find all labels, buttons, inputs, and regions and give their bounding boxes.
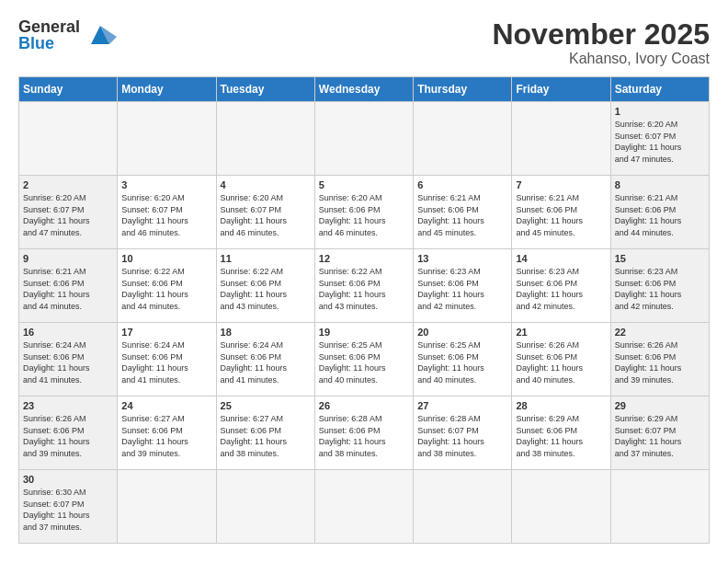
logo-icon — [84, 18, 117, 52]
calendar-cell: 6Sunrise: 6:21 AM Sunset: 6:06 PM Daylig… — [414, 176, 512, 249]
calendar-week-2: 9Sunrise: 6:21 AM Sunset: 6:06 PM Daylig… — [19, 249, 710, 323]
day-info: Sunrise: 6:22 AM Sunset: 6:06 PM Dayligh… — [121, 266, 211, 312]
calendar-cell — [314, 102, 413, 176]
day-number: 21 — [516, 327, 606, 338]
day-number: 5 — [319, 179, 409, 190]
day-number: 14 — [516, 253, 606, 264]
day-info: Sunrise: 6:20 AM Sunset: 6:07 PM Dayligh… — [221, 192, 311, 238]
calendar-cell — [512, 470, 610, 544]
calendar-cell: 4Sunrise: 6:20 AM Sunset: 6:07 PM Daylig… — [216, 176, 314, 249]
day-info: Sunrise: 6:21 AM Sunset: 6:06 PM Dayligh… — [23, 266, 113, 312]
calendar-week-0: 1Sunrise: 6:20 AM Sunset: 6:07 PM Daylig… — [19, 102, 710, 176]
day-number: 9 — [23, 253, 113, 264]
day-info: Sunrise: 6:26 AM Sunset: 6:06 PM Dayligh… — [23, 413, 113, 459]
calendar-cell — [414, 470, 512, 544]
day-number: 1 — [615, 106, 705, 117]
header-thursday: Thursday — [414, 77, 512, 102]
calendar-week-4: 23Sunrise: 6:26 AM Sunset: 6:06 PM Dayli… — [19, 396, 710, 470]
day-number: 22 — [615, 327, 705, 338]
day-number: 7 — [516, 179, 606, 190]
header-sunday: Sunday — [19, 77, 118, 102]
calendar-cell — [19, 102, 118, 176]
calendar-cell — [118, 102, 216, 176]
calendar-week-3: 16Sunrise: 6:24 AM Sunset: 6:06 PM Dayli… — [19, 323, 710, 396]
day-info: Sunrise: 6:27 AM Sunset: 6:06 PM Dayligh… — [121, 413, 211, 459]
calendar-cell: 20Sunrise: 6:25 AM Sunset: 6:06 PM Dayli… — [414, 323, 512, 396]
calendar-cell — [118, 470, 216, 544]
day-info: Sunrise: 6:25 AM Sunset: 6:06 PM Dayligh… — [417, 339, 507, 385]
day-number: 29 — [615, 400, 705, 411]
day-info: Sunrise: 6:21 AM Sunset: 6:06 PM Dayligh… — [417, 192, 507, 238]
day-number: 3 — [121, 179, 211, 190]
day-info: Sunrise: 6:28 AM Sunset: 6:06 PM Dayligh… — [319, 413, 409, 459]
calendar-cell: 27Sunrise: 6:28 AM Sunset: 6:07 PM Dayli… — [414, 396, 512, 470]
calendar-cell — [610, 470, 709, 544]
day-info: Sunrise: 6:23 AM Sunset: 6:06 PM Dayligh… — [516, 266, 606, 312]
calendar-cell: 16Sunrise: 6:24 AM Sunset: 6:06 PM Dayli… — [19, 323, 118, 396]
day-info: Sunrise: 6:30 AM Sunset: 6:07 PM Dayligh… — [23, 487, 113, 533]
day-info: Sunrise: 6:24 AM Sunset: 6:06 PM Dayligh… — [221, 339, 311, 385]
day-info: Sunrise: 6:29 AM Sunset: 6:06 PM Dayligh… — [516, 413, 606, 459]
calendar-cell: 23Sunrise: 6:26 AM Sunset: 6:06 PM Dayli… — [19, 396, 118, 470]
calendar-cell: 9Sunrise: 6:21 AM Sunset: 6:06 PM Daylig… — [19, 249, 118, 323]
page-title: November 2025 — [492, 18, 710, 51]
day-number: 11 — [221, 253, 311, 264]
day-number: 24 — [121, 400, 211, 411]
page-header: General Blue November 2025 Kahanso, Ivor… — [18, 18, 710, 67]
calendar-cell: 2Sunrise: 6:20 AM Sunset: 6:07 PM Daylig… — [19, 176, 118, 249]
calendar-cell: 3Sunrise: 6:20 AM Sunset: 6:07 PM Daylig… — [118, 176, 216, 249]
day-number: 25 — [221, 400, 311, 411]
day-info: Sunrise: 6:20 AM Sunset: 6:07 PM Dayligh… — [121, 192, 211, 238]
calendar-cell: 10Sunrise: 6:22 AM Sunset: 6:06 PM Dayli… — [118, 249, 216, 323]
day-info: Sunrise: 6:27 AM Sunset: 6:06 PM Dayligh… — [221, 413, 311, 459]
calendar-cell: 14Sunrise: 6:23 AM Sunset: 6:06 PM Dayli… — [512, 249, 610, 323]
header-friday: Friday — [512, 77, 610, 102]
calendar-cell: 21Sunrise: 6:26 AM Sunset: 6:06 PM Dayli… — [512, 323, 610, 396]
day-info: Sunrise: 6:26 AM Sunset: 6:06 PM Dayligh… — [615, 339, 705, 385]
calendar-cell — [216, 102, 314, 176]
header-saturday: Saturday — [610, 77, 709, 102]
day-info: Sunrise: 6:22 AM Sunset: 6:06 PM Dayligh… — [319, 266, 409, 312]
day-number: 19 — [319, 327, 409, 338]
day-info: Sunrise: 6:20 AM Sunset: 6:06 PM Dayligh… — [319, 192, 409, 238]
day-number: 20 — [417, 327, 507, 338]
day-info: Sunrise: 6:20 AM Sunset: 6:07 PM Dayligh… — [615, 119, 705, 165]
day-number: 13 — [417, 253, 507, 264]
calendar-week-5: 30Sunrise: 6:30 AM Sunset: 6:07 PM Dayli… — [19, 470, 710, 544]
day-info: Sunrise: 6:23 AM Sunset: 6:06 PM Dayligh… — [615, 266, 705, 312]
day-number: 16 — [23, 327, 113, 338]
day-number: 28 — [516, 400, 606, 411]
header-monday: Monday — [118, 77, 216, 102]
calendar-table: SundayMondayTuesdayWednesdayThursdayFrid… — [18, 76, 710, 544]
calendar-cell: 19Sunrise: 6:25 AM Sunset: 6:06 PM Dayli… — [314, 323, 413, 396]
day-number: 2 — [23, 179, 113, 190]
calendar-cell: 30Sunrise: 6:30 AM Sunset: 6:07 PM Dayli… — [19, 470, 118, 544]
logo-general: General — [18, 18, 80, 35]
calendar-cell: 18Sunrise: 6:24 AM Sunset: 6:06 PM Dayli… — [216, 323, 314, 396]
header-tuesday: Tuesday — [216, 77, 314, 102]
calendar-cell: 11Sunrise: 6:22 AM Sunset: 6:06 PM Dayli… — [216, 249, 314, 323]
logo-blue: Blue — [18, 35, 80, 52]
day-number: 12 — [319, 253, 409, 264]
page-subtitle: Kahanso, Ivory Coast — [492, 51, 710, 67]
calendar-cell: 24Sunrise: 6:27 AM Sunset: 6:06 PM Dayli… — [118, 396, 216, 470]
calendar-cell: 22Sunrise: 6:26 AM Sunset: 6:06 PM Dayli… — [610, 323, 709, 396]
day-number: 6 — [417, 179, 507, 190]
day-number: 4 — [221, 179, 311, 190]
calendar-header-row: SundayMondayTuesdayWednesdayThursdayFrid… — [19, 77, 710, 102]
day-number: 30 — [23, 474, 113, 485]
calendar-cell: 1Sunrise: 6:20 AM Sunset: 6:07 PM Daylig… — [610, 102, 709, 176]
calendar-cell: 25Sunrise: 6:27 AM Sunset: 6:06 PM Dayli… — [216, 396, 314, 470]
calendar-cell: 7Sunrise: 6:21 AM Sunset: 6:06 PM Daylig… — [512, 176, 610, 249]
calendar-cell: 5Sunrise: 6:20 AM Sunset: 6:06 PM Daylig… — [314, 176, 413, 249]
day-info: Sunrise: 6:25 AM Sunset: 6:06 PM Dayligh… — [319, 339, 409, 385]
calendar-week-1: 2Sunrise: 6:20 AM Sunset: 6:07 PM Daylig… — [19, 176, 710, 249]
calendar-cell: 28Sunrise: 6:29 AM Sunset: 6:06 PM Dayli… — [512, 396, 610, 470]
day-number: 27 — [417, 400, 507, 411]
day-info: Sunrise: 6:21 AM Sunset: 6:06 PM Dayligh… — [516, 192, 606, 238]
day-info: Sunrise: 6:24 AM Sunset: 6:06 PM Dayligh… — [23, 339, 113, 385]
day-number: 15 — [615, 253, 705, 264]
logo: General Blue — [18, 18, 117, 52]
day-number: 18 — [221, 327, 311, 338]
day-number: 26 — [319, 400, 409, 411]
